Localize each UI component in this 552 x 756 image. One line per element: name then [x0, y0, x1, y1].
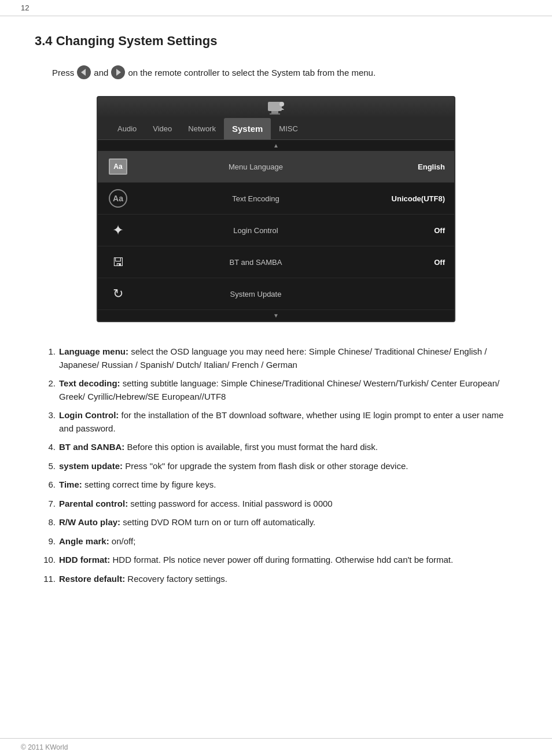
list-bold: R/W Auto play:: [59, 517, 120, 527]
on-remote-text: on the remote controller to select the S…: [128, 68, 376, 78]
text-encoding-value: Unicode(UTF8): [376, 194, 445, 203]
svg-point-7: [279, 102, 284, 106]
list-num: 11.: [35, 573, 56, 586]
bottom-bar: © 2011 KWorld: [0, 738, 552, 756]
text-encoding-label: Text Encoding: [136, 194, 376, 203]
list-item: 2. Text decoding: setting subtitle langu…: [35, 377, 517, 403]
intro-line: Press and on the remote controller to se…: [52, 65, 517, 80]
press-text: Press: [52, 68, 74, 78]
tab-system[interactable]: System: [224, 118, 271, 139]
list-item: 4. BT and SANBA: Before this option is a…: [35, 441, 517, 454]
list-num: 4.: [35, 441, 56, 454]
list-text: Recovery factory settings.: [125, 574, 227, 584]
list-num: 6.: [35, 478, 56, 492]
tab-network[interactable]: Network: [180, 118, 224, 139]
list-bold: BT and SANBA:: [59, 442, 124, 452]
page-number-bar: 12: [0, 0, 552, 16]
list-num: 9.: [35, 535, 56, 548]
list-item: 6. Time: setting correct time by figure …: [35, 478, 517, 492]
list-text: setting password for access. Initial pas…: [128, 499, 333, 508]
list-num: 1.: [35, 345, 56, 371]
login-control-row[interactable]: ✦ Login Control Off: [98, 215, 454, 246]
right-arrow-icon: [111, 65, 126, 80]
page-number: 12: [21, 3, 29, 12]
ui-top-bar: [98, 97, 454, 118]
bt-samba-row[interactable]: 🖫 BT and SAMBA Off: [98, 246, 454, 278]
list-num: 3.: [35, 409, 56, 435]
left-arrow-icon: [76, 65, 91, 80]
list-item: 7. Parental control: setting password fo…: [35, 497, 517, 511]
list-num: 8.: [35, 516, 56, 529]
list-num: 10.: [35, 554, 56, 567]
list-text: setting correct time by figure keys.: [82, 480, 216, 489]
tab-audio[interactable]: Audio: [109, 118, 145, 139]
list-item: 9. Angle mark: on/off;: [35, 535, 517, 548]
list-bold: system update:: [59, 461, 123, 471]
tab-video[interactable]: Video: [145, 118, 180, 139]
scroll-down-arrow[interactable]: ▼: [98, 310, 454, 321]
list-text: for the installation of the BT download …: [59, 410, 503, 433]
list-item: 10. HDD format: HDD format. Pls notice n…: [35, 554, 517, 567]
system-update-row[interactable]: ↻ System Update: [98, 278, 454, 310]
login-control-icon: ✦: [107, 219, 129, 241]
copyright-text: © 2011 KWorld: [21, 743, 68, 751]
list-bold: Time:: [59, 480, 82, 489]
list-bold: Restore default:: [59, 574, 125, 584]
system-update-label: System Update: [136, 290, 376, 298]
list-item: 3. Login Control: for the installation o…: [35, 409, 517, 435]
list-bold: Angle mark:: [59, 536, 109, 546]
system-update-icon: ↻: [107, 283, 129, 305]
bt-samba-label: BT and SAMBA: [136, 258, 376, 267]
list-item: 8. R/W Auto play: setting DVD ROM turn o…: [35, 516, 517, 529]
list-bold: Text decoding:: [59, 378, 120, 388]
list-text: Before this option is available, first y…: [124, 442, 378, 452]
login-control-value: Off: [376, 226, 445, 235]
list-item: 11. Restore default: Recovery factory se…: [35, 573, 517, 586]
and-text: and: [94, 68, 108, 78]
menu-language-icon: Aa: [107, 156, 129, 178]
svg-rect-6: [270, 113, 280, 115]
list-text: setting DVD ROM turn on or turn off auto…: [120, 517, 315, 527]
list-num: 2.: [35, 377, 56, 403]
text-encoding-row[interactable]: Aa Text Encoding Unicode(UTF8): [98, 183, 454, 215]
ui-screen: Audio Video Network System MISC ▲: [97, 96, 455, 322]
list-text: on/off;: [109, 536, 136, 546]
list-text: HDD format. Pls notice never power off d…: [110, 555, 453, 565]
list-bold: Language menu:: [59, 346, 128, 356]
list-item: 1. Language menu: select the OSD languag…: [35, 345, 517, 371]
ui-tabs: Audio Video Network System MISC: [98, 118, 454, 140]
list-num: 5.: [35, 460, 56, 473]
tab-misc[interactable]: MISC: [271, 118, 306, 139]
list-bold: HDD format:: [59, 555, 110, 565]
menu-language-value: English: [376, 163, 445, 171]
svg-rect-5: [271, 111, 278, 113]
list-text: setting subtitle language: Simple Chines…: [59, 378, 499, 401]
text-encoding-icon: Aa: [107, 187, 129, 209]
list-item: 5. system update: Press "ok" for upgrade…: [35, 460, 517, 473]
list-section: 1. Language menu: select the OSD languag…: [35, 345, 517, 585]
menu-language-label: Menu Language: [136, 163, 376, 171]
list-num: 7.: [35, 497, 56, 511]
list-bold: Parental control:: [59, 499, 128, 508]
bt-samba-icon: 🖫: [107, 251, 129, 273]
menu-language-row[interactable]: Aa Menu Language English: [98, 151, 454, 183]
screenshot-container: Audio Video Network System MISC ▲: [97, 96, 455, 322]
bt-samba-value: Off: [376, 258, 445, 267]
list-bold: Login Control:: [59, 410, 119, 420]
top-icon: [267, 99, 285, 116]
list-text: Press "ok" for upgrade the system from f…: [123, 461, 408, 471]
login-control-label: Login Control: [136, 226, 376, 235]
section-title: 3.4 Changing System Settings: [35, 34, 517, 49]
scroll-up-arrow[interactable]: ▲: [98, 140, 454, 151]
